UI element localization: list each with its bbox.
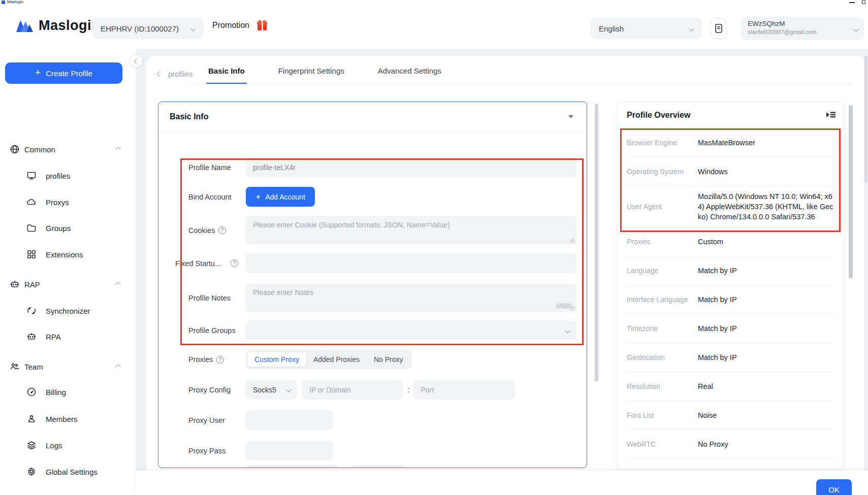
section-title: Basic Info: [170, 112, 208, 121]
sidebar-item-billing[interactable]: Billing: [0, 385, 136, 399]
overview-row: WebRTCNo Proxy: [627, 430, 834, 459]
grid-icon: [26, 249, 37, 259]
chevron-down-icon: [286, 387, 291, 392]
layers-icon: [26, 440, 37, 450]
resize-handle-icon[interactable]: [570, 306, 575, 311]
proxy-protocol-select[interactable]: Socks5: [246, 380, 297, 400]
overview-scrollbar-thumb[interactable]: [849, 105, 853, 278]
tab-basic-info[interactable]: Basic Info: [206, 62, 247, 84]
help-icon[interactable]: ?: [231, 259, 238, 267]
docs-button[interactable]: [711, 18, 727, 39]
tab-advanced-settings[interactable]: Advanced Settings: [376, 62, 443, 84]
profile-groups-select[interactable]: [246, 320, 576, 340]
promotion-gift-icon: [257, 20, 267, 30]
sidebar-item-global-settings[interactable]: Global Settings: [0, 465, 136, 478]
fixed-startup-input[interactable]: [246, 253, 576, 273]
breadcrumb[interactable]: profiles: [157, 70, 192, 78]
profile-notes-textarea[interactable]: [246, 283, 576, 312]
overview-row-label: Font List: [627, 411, 698, 419]
chevron-down-icon: [565, 328, 570, 333]
tab-fingerprint-settings[interactable]: Fingerprint Settings: [276, 62, 346, 84]
ok-button[interactable]: OK: [816, 479, 852, 495]
create-profile-label: Create Profile: [46, 69, 92, 78]
sidebar-item-rpa[interactable]: RPA: [0, 330, 136, 343]
proxy-port-input[interactable]: [413, 380, 515, 400]
overview-row-value: Mozilla/5.0 (Windows NT 10.0; Win64; x64…: [698, 191, 834, 222]
sidebar-section-rap[interactable]: RAP: [0, 278, 136, 291]
overview-row-label: Resolution: [627, 382, 698, 390]
proxy-mode-custom[interactable]: Custom Proxy: [247, 352, 306, 367]
sidebar-section-common[interactable]: Common: [0, 143, 136, 156]
workspace-selector[interactable]: EHPHRV (ID:1000027): [92, 18, 204, 39]
overview-row: LanguageMatch by IP: [627, 256, 834, 285]
proxy-config-label: Proxy Config: [188, 380, 231, 400]
overview-row: TimezoneMatch by IP: [627, 314, 834, 343]
gear-icon: [26, 467, 37, 477]
sidebar-item-profiles[interactable]: profiles: [0, 169, 136, 182]
overview-row: Interface LanguageMatch by IP: [627, 285, 834, 314]
sidebar-item-label: Groups: [46, 224, 71, 233]
cookies-row: Cookies ?: [158, 216, 587, 245]
help-icon[interactable]: ?: [218, 226, 226, 234]
sidebar-section-label: Common: [24, 145, 55, 154]
chevron-down-icon: [853, 26, 858, 31]
promotion-link[interactable]: Promotion: [212, 21, 249, 30]
proxy-user-label: Proxy User: [188, 410, 225, 430]
robot-icon: [10, 279, 20, 289]
chevron-down-icon: [190, 26, 196, 31]
help-icon[interactable]: ?: [216, 356, 224, 364]
overview-row: ProxiesCustom: [627, 227, 834, 256]
sidebar-collapse-button[interactable]: [130, 54, 143, 68]
tab-bar: Basic Info Fingerprint Settings Advanced…: [206, 62, 443, 84]
sidebar-item-label: Synchronizer: [46, 307, 90, 315]
profile-overview-header: Profile Overview: [617, 102, 844, 128]
proxy-mode-none[interactable]: No Proxy: [367, 352, 410, 367]
window-scrollbar-thumb[interactable]: [864, 56, 867, 183]
sidebar-item-label: Members: [46, 415, 78, 423]
sidebar-item-proxys[interactable]: Proxys: [0, 195, 136, 209]
sidebar-item-label: Logs: [46, 441, 62, 450]
sidebar-item-synchronizer[interactable]: Synchronizer: [0, 304, 136, 317]
sidebar-item-members[interactable]: Members: [0, 412, 136, 425]
clipped-next-row: [246, 465, 339, 468]
proxy-pass-input[interactable]: [246, 441, 333, 460]
collapse-section-icon[interactable]: [568, 115, 573, 118]
create-profile-button[interactable]: + Create Profile: [5, 62, 122, 84]
panel-collapse-icon[interactable]: [826, 111, 835, 118]
profile-overview-rows: Browser EngineMasMateBrowserOperating Sy…: [617, 128, 844, 459]
folder-icon: [26, 223, 37, 233]
window-maximize-icon[interactable]: [862, 1, 865, 4]
sidebar-item-label: RPA: [46, 333, 61, 341]
tabs-divider: [190, 84, 851, 84]
add-account-button[interactable]: + Add Account: [246, 187, 315, 207]
overview-row-label: Timezone: [627, 324, 698, 333]
window-minimize-icon[interactable]: [849, 2, 855, 3]
proxy-user-input[interactable]: [246, 410, 333, 430]
proxy-mode-added[interactable]: Added Proxies: [306, 352, 367, 367]
document-icon: [715, 23, 723, 34]
sidebar-section-team[interactable]: Team: [0, 360, 136, 373]
overview-row: Operating SystemWindows: [627, 157, 834, 186]
overview-row-value: Match by IP: [698, 352, 834, 362]
main-scrollbar-thumb[interactable]: [595, 104, 598, 382]
sidebar-item-groups[interactable]: Groups: [0, 221, 136, 235]
profile-name-input[interactable]: [246, 157, 576, 177]
overview-row: GeolocationMatch by IP: [627, 343, 834, 372]
sidebar-item-logs[interactable]: Logs: [0, 439, 136, 452]
chevron-left-icon: [134, 58, 139, 63]
window-title: Maslogin: [7, 0, 23, 4]
sidebar-section-label: RAP: [24, 280, 40, 289]
resize-handle-icon[interactable]: [570, 239, 575, 243]
sidebar-item-extensions[interactable]: Extensions: [0, 248, 136, 261]
cookies-textarea[interactable]: [246, 216, 576, 245]
language-selector[interactable]: English: [591, 18, 702, 39]
window-scrollbar: [864, 49, 868, 495]
fixed-startup-row: Fixed Startu... ?: [158, 253, 587, 273]
proxy-config-row: Proxy Config Socks5 :: [158, 380, 587, 400]
bind-account-row: Bind Account + Add Account: [158, 187, 587, 207]
app-logo-text: Maslogin: [39, 18, 100, 34]
account-menu[interactable]: EWzSQhzM xiaofei020907@gmail.com: [741, 17, 864, 40]
maslogin-logo-icon: [15, 19, 34, 33]
sidebar-item-label: Extensions: [46, 250, 83, 259]
proxy-ip-input[interactable]: [302, 380, 403, 400]
